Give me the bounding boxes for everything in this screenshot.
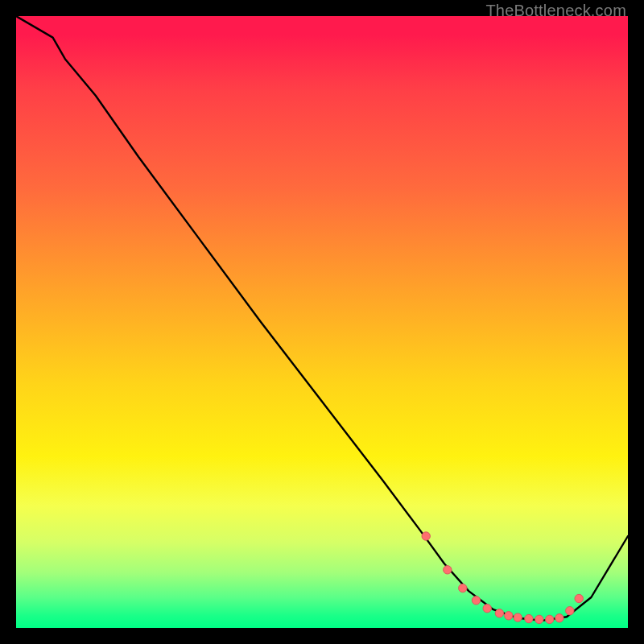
data-dot xyxy=(505,612,513,620)
data-dot xyxy=(514,613,522,621)
data-dot xyxy=(472,597,480,605)
bottleneck-curve xyxy=(16,16,628,621)
data-dot xyxy=(546,615,554,623)
data-dot xyxy=(483,605,491,613)
data-dot xyxy=(575,594,583,602)
data-dot xyxy=(535,615,543,623)
data-dot xyxy=(495,609,503,617)
data-dot xyxy=(566,607,574,615)
data-dot xyxy=(459,584,467,592)
chart-overlay xyxy=(16,16,628,628)
data-dot xyxy=(525,614,533,622)
watermark-text: TheBottleneck.com xyxy=(485,2,626,20)
flat-region-dots xyxy=(422,532,583,624)
data-dot xyxy=(422,532,430,540)
data-dot xyxy=(555,614,564,622)
data-dot xyxy=(444,566,452,574)
chart-frame: TheBottleneck.com xyxy=(0,0,644,644)
